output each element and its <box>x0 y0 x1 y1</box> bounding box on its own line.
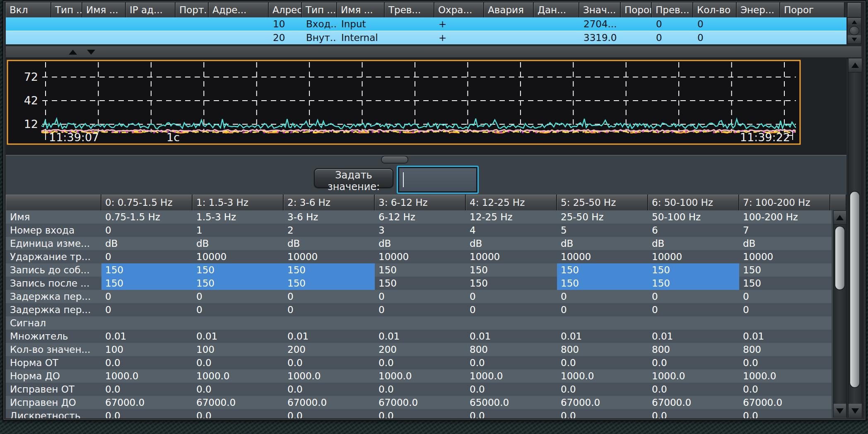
param-cell[interactable]: 0 <box>466 290 557 303</box>
param-cell[interactable]: 0.0 <box>648 383 739 396</box>
top-table-column-header[interactable]: Знач... <box>579 2 621 17</box>
param-cell[interactable]: 0.0 <box>375 356 466 369</box>
param-cell[interactable]: 67000.0 <box>375 396 466 409</box>
param-cell[interactable]: 0.01 <box>466 330 557 343</box>
param-cell[interactable]: 0.0 <box>193 356 284 369</box>
top-table-column-header[interactable]: Алрес <box>269 2 302 17</box>
param-cell[interactable]: 0 <box>739 303 830 316</box>
param-column-header[interactable]: 6: 50-100 Hz <box>648 195 739 210</box>
param-cell[interactable]: dB <box>284 237 375 250</box>
param-column-header[interactable]: 7: 100-200 Hz <box>739 195 830 210</box>
param-cell[interactable]: 0 <box>557 303 648 316</box>
scroll-thumb[interactable] <box>849 191 860 388</box>
param-cell[interactable]: 2 <box>284 224 375 237</box>
param-cell[interactable]: 0.01 <box>557 330 648 343</box>
param-cell[interactable]: 800 <box>466 343 557 356</box>
top-table-column-header[interactable]: Трев... <box>385 2 434 17</box>
device-row[interactable]: 10Вход...Input+2704...00 <box>6 17 846 31</box>
param-cell[interactable]: 4 <box>466 224 557 237</box>
param-cell[interactable] <box>648 316 739 330</box>
param-cell[interactable]: 0 <box>101 250 193 263</box>
top-table-column-header[interactable]: Порт... <box>176 2 209 17</box>
param-cell[interactable]: 150 <box>557 263 648 277</box>
param-cell[interactable]: 6-12 Hz <box>375 210 466 224</box>
top-table-column-header[interactable]: Вкл <box>6 2 51 17</box>
splitter-handle[interactable] <box>381 156 408 164</box>
top-table-column-header[interactable]: Тип ... <box>302 2 337 17</box>
device-row[interactable]: 20Внут...Internal+3319.000 <box>6 31 846 44</box>
top-table-column-header[interactable]: Порог <box>780 2 845 17</box>
param-cell[interactable]: 150 <box>101 263 193 277</box>
param-row[interactable]: Номер входа01234567 <box>6 224 832 237</box>
param-cell[interactable]: 150 <box>557 277 648 290</box>
param-cell[interactable]: 67000.0 <box>739 396 830 409</box>
param-cell[interactable]: 67000.0 <box>284 396 375 409</box>
param-cell[interactable]: 800 <box>648 343 739 356</box>
param-cell[interactable]: 0.01 <box>193 330 284 343</box>
scroll-thumb[interactable] <box>849 26 859 35</box>
top-table-column-header[interactable]: IP ад... <box>126 2 176 17</box>
param-cell[interactable]: dB <box>375 237 466 250</box>
param-cell[interactable]: 0.0 <box>101 409 193 418</box>
param-cell[interactable]: 10000 <box>648 250 739 263</box>
devices-table-scrollbar[interactable] <box>847 17 861 44</box>
param-cell[interactable]: 0.0 <box>557 409 648 418</box>
param-cell[interactable] <box>739 316 830 330</box>
param-cell[interactable]: 100 <box>193 343 284 356</box>
param-cell[interactable]: 50-100 Hz <box>648 210 739 224</box>
param-cell[interactable]: dB <box>466 237 557 250</box>
param-cell[interactable]: 0.0 <box>375 383 466 396</box>
set-value-button[interactable]: Задать значение: <box>314 168 393 188</box>
top-table-column-header[interactable]: Кол-во <box>693 2 737 17</box>
param-cell[interactable] <box>557 316 648 330</box>
top-table-column-header[interactable]: Прев... <box>652 2 693 17</box>
param-cell[interactable]: 0 <box>557 290 648 303</box>
param-cell[interactable]: 150 <box>284 277 375 290</box>
param-row[interactable]: Исправен ОТ0.00.00.00.00.00.00.00.0 <box>6 383 832 396</box>
param-column-header[interactable]: 5: 25-50 Hz <box>557 195 648 210</box>
param-cell[interactable]: 0.01 <box>739 330 830 343</box>
param-cell[interactable]: 3 <box>375 224 466 237</box>
param-cell[interactable]: 0.0 <box>466 383 557 396</box>
param-row[interactable]: Задержка пер...00000000 <box>6 303 832 316</box>
param-cell[interactable]: 0.01 <box>284 330 375 343</box>
param-cell[interactable]: 0.0 <box>557 383 648 396</box>
param-column-header[interactable]: 3: 6-12 Hz <box>375 195 466 210</box>
param-cell[interactable]: 12-25 Hz <box>466 210 557 224</box>
collapse-up-button[interactable] <box>69 50 77 55</box>
param-cell[interactable]: 0.0 <box>101 383 193 396</box>
param-cell[interactable] <box>466 316 557 330</box>
param-cell[interactable]: 150 <box>466 263 557 277</box>
param-cell[interactable]: 7 <box>739 224 830 237</box>
param-row[interactable]: Норма ДО1000.01000.01000.01000.01000.010… <box>6 369 832 383</box>
param-cell[interactable]: 150 <box>101 277 193 290</box>
param-column-header[interactable]: 0: 0.75-1.5 Hz <box>101 195 193 210</box>
param-cell[interactable]: 100 <box>101 343 193 356</box>
param-cell[interactable]: 150 <box>375 263 466 277</box>
param-cell[interactable]: 100-200 Hz <box>739 210 830 224</box>
param-cell[interactable]: 10000 <box>739 250 830 263</box>
param-row[interactable]: Сигнал <box>6 316 832 330</box>
param-cell[interactable]: 1000.0 <box>648 369 739 383</box>
value-input[interactable] <box>397 166 479 194</box>
param-cell[interactable]: 0.0 <box>739 356 830 369</box>
param-cell[interactable]: 150 <box>739 263 830 277</box>
param-cell[interactable]: 150 <box>284 263 375 277</box>
param-cell[interactable]: 800 <box>739 343 830 356</box>
top-table-column-header[interactable]: Имя ... <box>82 2 126 17</box>
param-cell[interactable]: 25-50 Hz <box>557 210 648 224</box>
top-table-column-header[interactable]: Дан... <box>534 2 579 17</box>
param-cell[interactable]: 0 <box>375 303 466 316</box>
param-cell[interactable]: 0.75-1.5 Hz <box>101 210 193 224</box>
param-cell[interactable]: dB <box>193 237 284 250</box>
param-cell[interactable]: 200 <box>375 343 466 356</box>
param-row[interactable]: Имя0.75-1.5 Hz1.5-3 Hz3-6 Hz6-12 Hz12-25… <box>6 210 832 224</box>
param-cell[interactable]: 10000 <box>557 250 648 263</box>
param-cell[interactable]: 67000.0 <box>557 396 648 409</box>
param-cell[interactable]: 1000.0 <box>375 369 466 383</box>
param-cell[interactable]: 0.0 <box>193 409 284 418</box>
param-row[interactable]: Ударжание тр...0100001000010000100001000… <box>6 250 832 263</box>
scroll-up-button[interactable] <box>849 58 862 72</box>
param-cell[interactable]: 10000 <box>466 250 557 263</box>
param-cell[interactable] <box>284 316 375 330</box>
